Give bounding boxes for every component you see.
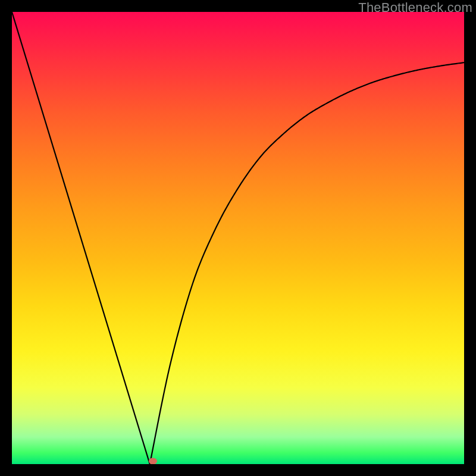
curve-svg bbox=[12, 12, 464, 464]
curve-left-branch bbox=[12, 12, 150, 464]
plot-area bbox=[12, 12, 464, 464]
chart-container: TheBottleneck.com bbox=[0, 0, 476, 476]
minimum-marker bbox=[149, 458, 157, 464]
curve-right-branch bbox=[150, 62, 464, 464]
